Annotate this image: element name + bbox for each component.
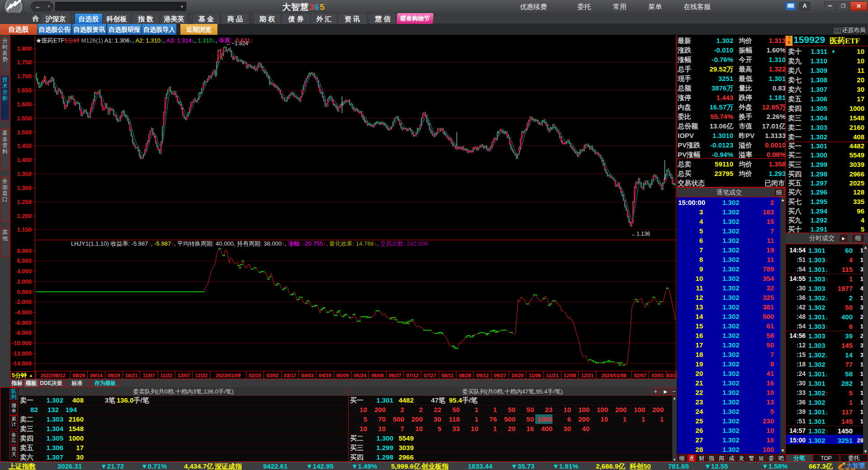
svg-text:1.450: 1.450 bbox=[17, 142, 32, 149]
svg-text:LHJY1(1,1,10) 收益率: -5.987↑, -5: LHJY1(1,1,10) 收益率: -5.987↑, -5.987↑, 平均转… bbox=[71, 240, 428, 247]
svg-text:-8.000: -8.000 bbox=[15, 329, 32, 336]
svg-text:06/08: 06/08 bbox=[371, 373, 384, 378]
svg-text:09/27: 09/27 bbox=[494, 373, 506, 378]
svg-text:07/27: 07/27 bbox=[424, 373, 436, 378]
svg-text:09/29: 09/29 bbox=[108, 373, 120, 378]
svg-text:08/11: 08/11 bbox=[441, 373, 453, 378]
svg-text:2.000: 2.000 bbox=[17, 278, 32, 285]
svg-text:05/24: 05/24 bbox=[354, 373, 366, 378]
svg-text:08/28: 08/28 bbox=[459, 373, 472, 378]
svg-text:11/06: 11/06 bbox=[529, 373, 541, 378]
svg-text:1.600: 1.600 bbox=[17, 101, 32, 108]
svg-text:1.250: 1.250 bbox=[17, 199, 32, 205]
svg-text:08/29: 08/29 bbox=[73, 373, 85, 378]
svg-text:1.550: 1.550 bbox=[17, 115, 32, 122]
svg-text:1.700: 1.700 bbox=[17, 73, 32, 80]
svg-text:-14.000: -14.000 bbox=[12, 360, 32, 367]
svg-text:10/20: 10/20 bbox=[511, 373, 524, 378]
svg-text:←1.136: ←1.136 bbox=[631, 231, 650, 237]
svg-text:06/27: 06/27 bbox=[389, 373, 401, 378]
svg-text:04/19: 04/19 bbox=[319, 373, 331, 378]
svg-text:1.650: 1.650 bbox=[17, 87, 32, 94]
svg-text:2022/08/12: 2022/08/12 bbox=[40, 373, 65, 378]
svg-text:02/07: 02/07 bbox=[634, 373, 646, 378]
svg-text:1.200: 1.200 bbox=[17, 213, 32, 219]
svg-text:03/17: 03/17 bbox=[284, 373, 297, 378]
svg-text:11/07: 11/07 bbox=[143, 373, 155, 378]
svg-text:12/06: 12/06 bbox=[564, 373, 576, 378]
svg-text:6.000: 6.000 bbox=[17, 257, 32, 264]
svg-text:0.000: 0.000 bbox=[17, 289, 32, 295]
svg-text:05/09: 05/09 bbox=[336, 373, 349, 378]
svg-text:12/22: 12/22 bbox=[195, 373, 208, 378]
svg-text:★医药ETF5分钟 M126(1) A1: 1.306↓,: ★医药ETF5分钟 M126(1) A1: 1.306↓, A2: 1.310↓… bbox=[36, 37, 253, 44]
svg-text:02/15: 02/15 bbox=[249, 373, 261, 378]
svg-text:09/12: 09/12 bbox=[476, 373, 489, 378]
svg-text:03/1: 03/1 bbox=[666, 373, 676, 378]
svg-text:1.500: 1.500 bbox=[17, 129, 32, 136]
svg-text:03/01: 03/01 bbox=[651, 373, 664, 378]
svg-text:04/03: 04/03 bbox=[301, 373, 314, 378]
svg-text:11/22: 11/22 bbox=[160, 373, 172, 378]
svg-text:10/21: 10/21 bbox=[125, 373, 138, 378]
svg-text:4.000: 4.000 bbox=[17, 268, 32, 275]
svg-text:8.000: 8.000 bbox=[17, 247, 32, 254]
svg-text:1.150: 1.150 bbox=[17, 226, 32, 233]
svg-text:1.300: 1.300 bbox=[17, 185, 32, 191]
svg-text:1.350: 1.350 bbox=[17, 171, 32, 177]
svg-text:1.400: 1.400 bbox=[17, 157, 32, 163]
svg-text:5分钟: 5分钟 bbox=[12, 372, 27, 379]
svg-text:09/14: 09/14 bbox=[90, 373, 103, 378]
svg-text:-6.000: -6.000 bbox=[15, 319, 32, 326]
svg-text:2024/01/08: 2024/01/08 bbox=[601, 373, 626, 378]
svg-text:1.750: 1.750 bbox=[17, 59, 32, 66]
svg-text:-2.000: -2.000 bbox=[15, 299, 32, 305]
svg-text:12/21: 12/21 bbox=[581, 373, 594, 378]
svg-text:▲: ▲ bbox=[29, 373, 33, 378]
svg-text:-12.000: -12.000 bbox=[12, 350, 32, 357]
svg-text:12/07: 12/07 bbox=[178, 373, 190, 378]
svg-text:-4.000: -4.000 bbox=[15, 309, 32, 316]
svg-text:07/12: 07/12 bbox=[406, 373, 419, 378]
svg-text:03/02: 03/02 bbox=[266, 373, 279, 378]
svg-text:1.800: 1.800 bbox=[17, 45, 32, 52]
svg-text:11/21: 11/21 bbox=[546, 373, 558, 378]
svg-text:-10.000: -10.000 bbox=[12, 340, 32, 347]
svg-text:2023/01/09: 2023/01/09 bbox=[216, 373, 241, 378]
